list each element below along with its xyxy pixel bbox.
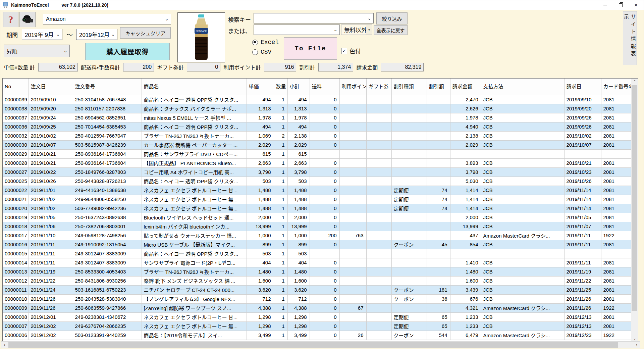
cell-discount_type bbox=[391, 177, 427, 186]
cell-billing_date: 2019/11/14 bbox=[564, 186, 601, 195]
column-header-gift_card[interactable]: ギフト券 bbox=[366, 79, 391, 95]
table-row[interactable]: 000000292019/10/21250-8936164-1736604商品名… bbox=[3, 149, 631, 158]
column-header-subtotal[interactable]: 小計 bbox=[287, 79, 310, 95]
table-row[interactable]: 000000202019/11/02503-7749082-9942236ネスカ… bbox=[3, 204, 631, 213]
show-all-button[interactable]: 全表示に戻す bbox=[374, 25, 408, 35]
chevron-down-icon: ⌄ bbox=[63, 48, 67, 53]
table-row[interactable]: 000000222019/11/01249-4416340-1388638ネスカ… bbox=[3, 186, 631, 195]
free-filter-select[interactable]: 無料以外 ▾ bbox=[341, 24, 372, 35]
table-row[interactable]: 000000282019/10/21250-8936164-1736604【国内… bbox=[3, 158, 631, 167]
column-header-billed_amount[interactable]: 請求金額 bbox=[450, 79, 481, 95]
cache-clear-button[interactable]: キャッシュクリア bbox=[120, 27, 171, 39]
cell-product_name: ネスカフェ エクセラ ボトルコーヒー 甘... bbox=[142, 312, 247, 321]
cell-card_number_part: 2081 bbox=[601, 294, 631, 303]
cell-gift_card bbox=[366, 331, 391, 340]
column-header-discount_amount[interactable]: 割引額 bbox=[427, 79, 450, 95]
table-row[interactable]: 000000142019/11/11249-3012407-8383009サンワ… bbox=[3, 258, 631, 267]
or-search-input[interactable]: ⌄ bbox=[254, 24, 340, 35]
sort-order-select[interactable]: 昇順 ⌄ bbox=[4, 45, 70, 57]
table-row[interactable]: 000000072019/12/02249-6376704-2866235ネスカ… bbox=[3, 321, 631, 331]
cell-no: 00000029 bbox=[3, 149, 29, 158]
scroll-down-button[interactable]: ⌄ bbox=[631, 335, 638, 342]
checkbox-checked-icon: ✓ bbox=[341, 48, 347, 54]
table-row[interactable]: 000000272019/10/22250-1849766-8287803コピー… bbox=[3, 167, 631, 177]
column-header-order_date[interactable]: 注文日 bbox=[29, 79, 73, 95]
table-row[interactable]: 000000372019/09/24250-6904562-0852651mit… bbox=[3, 113, 631, 122]
cell-card_number_part: 2081 bbox=[601, 177, 631, 186]
scroll-right-button[interactable]: › bbox=[634, 342, 640, 348]
table-row[interactable]: 000000252019/10/26250-9443828-8726213商品名… bbox=[3, 177, 631, 186]
cell-discount_amount bbox=[427, 177, 450, 186]
cell-discount_type: クーポン bbox=[391, 331, 427, 340]
column-header-billing_date[interactable]: 請求日 bbox=[564, 79, 601, 95]
cell-quantity: 1 bbox=[274, 331, 287, 340]
radio-csv[interactable]: CSV bbox=[252, 49, 271, 55]
search-key-input[interactable]: ⌄ bbox=[254, 13, 374, 23]
cell-billed_amount: 1,414 bbox=[450, 195, 481, 204]
column-header-no[interactable]: No bbox=[3, 79, 29, 95]
column-header-discount_type[interactable]: 割引種類 bbox=[391, 79, 427, 95]
table-row[interactable]: 000000302019/10/07503-5815987-8426239カール… bbox=[3, 140, 631, 149]
table-row[interactable]: 000000112019/11/24503-1616851-6750223ニチバ… bbox=[3, 285, 631, 294]
cell-points_used bbox=[339, 258, 366, 267]
cell-gift_card bbox=[366, 276, 391, 285]
table-row[interactable]: 000000382019/09/20250-8110157-2207838商品名… bbox=[3, 104, 631, 113]
table-row[interactable]: 000000322019/10/02250-4012594-7667047ブラザ… bbox=[3, 131, 631, 140]
cell-discount_amount bbox=[427, 158, 450, 167]
to-file-button[interactable]: To File bbox=[284, 37, 337, 60]
cell-shipping: 0 bbox=[310, 113, 339, 122]
cell-order_date: 2019/11/02 bbox=[29, 204, 73, 213]
cell-points_used bbox=[339, 285, 366, 294]
table-row[interactable]: 000000152019/11/11249-3012407-8383009商品名… bbox=[3, 249, 631, 258]
cell-points_used bbox=[339, 312, 366, 321]
column-header-shipping[interactable]: 送料 bbox=[310, 79, 339, 95]
period-to-select[interactable]: 2019年12月 ⌄ bbox=[76, 29, 117, 40]
table-row[interactable]: 000000132019/11/19250-8533300-4053403ブラザ… bbox=[3, 267, 631, 276]
column-header-unit_price[interactable]: 単価 bbox=[247, 79, 274, 95]
period-from-select[interactable]: 2019年 9月 ⌄ bbox=[22, 29, 62, 40]
table-row[interactable]: 000000092019/11/26250-6063559-9427866[Za… bbox=[3, 303, 631, 312]
cell-discount_amount bbox=[427, 276, 450, 285]
column-header-payment_method[interactable]: 支払方法 bbox=[481, 79, 564, 95]
close-button[interactable]: ✕ bbox=[628, 0, 644, 10]
filter-button[interactable]: 絞り込み bbox=[376, 12, 408, 24]
total-value-3: 916 bbox=[264, 63, 296, 71]
minimize-button[interactable] bbox=[597, 0, 613, 10]
cell-points_used bbox=[339, 104, 366, 113]
site-info-button[interactable]: サイト情報表示 bbox=[623, 11, 637, 65]
table-row[interactable]: 000000212019/11/02249-9644806-0558250ネスカ… bbox=[3, 195, 631, 204]
cell-billed_amount: 2,029 bbox=[450, 140, 481, 149]
cell-no: 00000008 bbox=[3, 312, 29, 321]
cell-discount_amount: 74 bbox=[427, 204, 450, 213]
table-row[interactable]: 000000392019/09/10250-3104158-7667848商品名… bbox=[3, 95, 631, 104]
scroll-left-button[interactable]: ‹ bbox=[1, 342, 8, 348]
table-row[interactable]: 000000182019/11/06250-7382706-8803001lex… bbox=[3, 222, 631, 231]
column-header-quantity[interactable]: 数量 bbox=[274, 79, 287, 95]
restore-button[interactable] bbox=[613, 0, 628, 10]
table-row[interactable]: 000000082019/12/01249-0238381-4340672ネスカ… bbox=[3, 312, 631, 321]
table-row[interactable]: 000000362019/09/25250-7014454-6385453商品名… bbox=[3, 122, 631, 131]
colored-checkbox[interactable]: ✓ 色付 bbox=[341, 47, 361, 55]
table-row[interactable]: 000000192019/11/05250-1637243-0892638Blu… bbox=[3, 213, 631, 222]
radio-excel[interactable]: Excel bbox=[252, 39, 279, 46]
table-row[interactable]: 000000172019/11/10249-0598128-7498256貼って… bbox=[3, 231, 631, 240]
table-row[interactable]: 000000162019/11/11249-1910092-1315054Mic… bbox=[3, 240, 631, 249]
video-camera-button[interactable] bbox=[19, 12, 36, 27]
cell-product_name: 商品名：タナックス バイクミラー ナポ... bbox=[142, 104, 247, 113]
get-purchase-history-button[interactable]: 購入履歴取得 bbox=[85, 43, 170, 60]
scroll-up-button[interactable]: ⌃ bbox=[631, 79, 638, 85]
table-row[interactable]: 000000102019/11/26250-2043528-5383040【ノン… bbox=[3, 294, 631, 303]
vertical-scroll-thumb[interactable] bbox=[632, 85, 637, 311]
column-header-product_name[interactable]: 商品名 bbox=[142, 79, 247, 95]
site-select[interactable]: Amazon ⌄ bbox=[43, 14, 171, 24]
column-header-points_used[interactable]: 利用ポイント bbox=[339, 79, 366, 95]
column-header-order_number[interactable]: 注文番号 bbox=[73, 79, 142, 95]
table-row[interactable]: 000000122019/11/22250-8431806-8930256楽絆 … bbox=[3, 276, 631, 285]
cell-discount_amount: 544 bbox=[427, 331, 450, 340]
cell-card_number_part bbox=[601, 249, 631, 258]
cell-discount_amount bbox=[427, 249, 450, 258]
table-row[interactable]: 000000062019/12/02503-0123391-9440259商品名… bbox=[3, 331, 631, 340]
help-button[interactable]: ? bbox=[3, 12, 18, 27]
column-header-card_number_part[interactable]: カード番号の一部 bbox=[601, 79, 631, 95]
horizontal-scroll-thumb[interactable] bbox=[8, 342, 618, 348]
